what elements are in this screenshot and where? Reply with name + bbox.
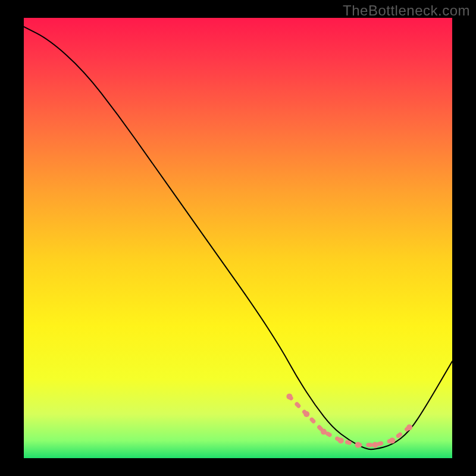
gradient-rect bbox=[24, 18, 452, 458]
svg-point-4 bbox=[355, 442, 361, 448]
svg-point-7 bbox=[406, 424, 412, 430]
chart-svg bbox=[24, 18, 452, 458]
plot-area bbox=[24, 18, 452, 458]
svg-point-0 bbox=[286, 393, 292, 399]
svg-point-5 bbox=[372, 442, 378, 448]
svg-point-2 bbox=[321, 429, 327, 435]
chart-frame: TheBottleneck.com bbox=[0, 0, 476, 476]
svg-point-3 bbox=[338, 437, 344, 443]
svg-point-6 bbox=[389, 437, 395, 443]
svg-point-1 bbox=[303, 411, 309, 417]
watermark-text: TheBottleneck.com bbox=[343, 2, 470, 19]
